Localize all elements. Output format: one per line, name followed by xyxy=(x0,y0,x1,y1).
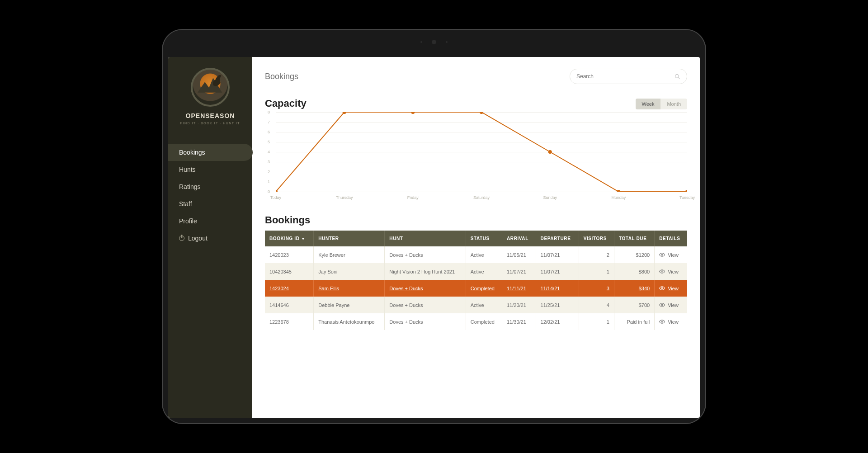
cell-status: Active xyxy=(466,297,502,313)
cell-details[interactable]: View xyxy=(655,313,687,330)
cell-arrival: 11/05/21 xyxy=(502,246,536,263)
range-toggle: WeekMonth xyxy=(636,99,688,109)
table-row[interactable]: 10420345Jay SoniNight Vision 2 Hog Hunt … xyxy=(265,263,687,280)
view-link[interactable]: View xyxy=(668,319,679,325)
sidebar-item-label: Bookings xyxy=(179,149,205,156)
cell-arrival: 11/30/21 xyxy=(502,313,536,330)
column-header[interactable]: HUNT xyxy=(385,231,466,246)
column-header[interactable]: DETAILS xyxy=(655,231,687,246)
chart-x-tick: Sunday xyxy=(543,195,557,200)
cell-visitors: 1 xyxy=(579,313,614,330)
chart-y-tick: 2 xyxy=(268,170,270,174)
cell-departure: 11/25/21 xyxy=(536,297,579,313)
chart-y-tick: 5 xyxy=(268,140,270,144)
cell-hunter: Kyle Brewer xyxy=(314,246,385,263)
search-icon xyxy=(675,74,680,80)
table-row[interactable]: 1420023Kyle BrewerDoves + DucksActive11/… xyxy=(265,246,687,263)
chart-y-tick: 6 xyxy=(268,130,270,134)
view-link[interactable]: View xyxy=(668,302,679,308)
brand-name: OPENSEASON xyxy=(183,111,238,120)
table-row[interactable]: 1223678Thanasis AntetokounmpoDoves + Duc… xyxy=(265,313,687,330)
search-container[interactable] xyxy=(570,69,687,84)
cell-visitors: 4 xyxy=(579,297,614,313)
svg-point-8 xyxy=(617,190,620,192)
eye-icon xyxy=(659,252,665,258)
brand-tagline: FIND IT · BOOK IT · HUNT IT xyxy=(180,122,240,125)
cell-visitors: 3 xyxy=(579,280,614,297)
view-link[interactable]: View xyxy=(668,286,679,291)
column-header[interactable]: DEPARTURE xyxy=(536,231,579,246)
capacity-title: Capacity xyxy=(265,98,307,109)
eye-icon xyxy=(659,302,665,308)
table-body: 1420023Kyle BrewerDoves + DucksActive11/… xyxy=(265,246,687,330)
brand-logo: OPENSEASON FIND IT · BOOK IT · HUNT IT xyxy=(168,68,252,125)
brand-logo-icon xyxy=(191,68,230,107)
cell-details[interactable]: View xyxy=(655,263,687,280)
cell-id: 1223678 xyxy=(265,313,314,330)
svg-line-2 xyxy=(678,77,679,79)
cell-total: Paid in full xyxy=(614,313,654,330)
svg-point-1 xyxy=(675,74,679,78)
svg-point-9 xyxy=(685,190,687,192)
svg-point-13 xyxy=(661,304,663,306)
capacity-header: Capacity WeekMonth xyxy=(265,98,687,109)
cell-departure: 11/07/21 xyxy=(536,263,579,280)
cell-id: 1423024 xyxy=(265,280,314,297)
power-icon xyxy=(179,236,184,241)
column-header[interactable]: VISITORS xyxy=(579,231,614,246)
table-row[interactable]: 1414646Debbie PayneDoves + DucksActive11… xyxy=(265,297,687,313)
cell-departure: 11/14/21 xyxy=(536,280,579,297)
svg-point-7 xyxy=(548,150,552,154)
cell-total: $340 xyxy=(614,280,654,297)
tablet-device-frame: OPENSEASON FIND IT · BOOK IT · HUNT IT B… xyxy=(163,30,705,423)
sidebar-item-staff[interactable]: Staff xyxy=(168,195,253,212)
chart-x-tick: Monday xyxy=(611,195,626,200)
cell-details[interactable]: View xyxy=(655,280,687,297)
column-header[interactable]: ARRIVAL xyxy=(502,231,536,246)
column-header[interactable]: BOOKING ID▼ xyxy=(265,231,314,246)
chart-x-tick: Tuesday xyxy=(679,195,695,200)
sidebar-item-profile[interactable]: Profile xyxy=(168,212,253,230)
main-content: Bookings Capacity WeekMonth 012345678Tod… xyxy=(252,57,700,418)
cell-status: Completed xyxy=(466,313,502,330)
column-header[interactable]: HUNTER xyxy=(314,231,385,246)
sidebar-item-bookings[interactable]: Bookings xyxy=(168,144,253,161)
cell-hunt: Night Vision 2 Hog Hunt 2021 xyxy=(385,263,466,280)
column-header[interactable]: TOTAL DUE xyxy=(614,231,654,246)
chart-x-tick: Today xyxy=(270,195,281,200)
cell-id: 1414646 xyxy=(265,297,314,313)
sidebar: OPENSEASON FIND IT · BOOK IT · HUNT IT B… xyxy=(168,57,252,418)
search-input[interactable] xyxy=(576,73,675,80)
table-row[interactable]: 1423024Sam EllisDoves + DucksCompleted11… xyxy=(265,280,687,297)
cell-id: 1420023 xyxy=(265,246,314,263)
cell-status: Completed xyxy=(466,280,502,297)
capacity-chart: 012345678TodayThursdayFridaySaturdaySund… xyxy=(265,112,687,203)
sidebar-item-hunts[interactable]: Hunts xyxy=(168,161,253,178)
column-header[interactable]: STATUS xyxy=(466,231,502,246)
cell-id: 10420345 xyxy=(265,263,314,280)
sidebar-item-ratings[interactable]: Ratings xyxy=(168,178,253,195)
chart-x-tick: Friday xyxy=(407,195,419,200)
cell-visitors: 2 xyxy=(579,246,614,263)
range-toggle-week[interactable]: Week xyxy=(636,99,661,109)
cell-details[interactable]: View xyxy=(655,246,687,263)
sidebar-item-logout[interactable]: Logout xyxy=(168,230,253,247)
table-header-row: BOOKING ID▼HUNTERHUNTSTATUSARRIVALDEPART… xyxy=(265,231,687,246)
view-link[interactable]: View xyxy=(668,269,679,274)
sidebar-item-label: Staff xyxy=(179,200,192,208)
bookings-title: Bookings xyxy=(265,214,687,226)
view-link[interactable]: View xyxy=(668,252,679,258)
cell-total: $800 xyxy=(614,263,654,280)
range-toggle-month[interactable]: Month xyxy=(660,99,687,109)
cell-hunter: Jay Soni xyxy=(314,263,385,280)
capacity-line-plot xyxy=(276,112,687,192)
chart-y-tick: 0 xyxy=(268,189,270,194)
topbar: Bookings xyxy=(265,69,687,84)
cell-details[interactable]: View xyxy=(655,297,687,313)
cell-hunt: Doves + Ducks xyxy=(385,297,466,313)
eye-icon xyxy=(659,285,665,291)
cell-hunt: Doves + Ducks xyxy=(385,246,466,263)
cell-hunt: Doves + Ducks xyxy=(385,313,466,330)
cell-status: Active xyxy=(466,263,502,280)
cell-departure: 11/07/21 xyxy=(536,246,579,263)
